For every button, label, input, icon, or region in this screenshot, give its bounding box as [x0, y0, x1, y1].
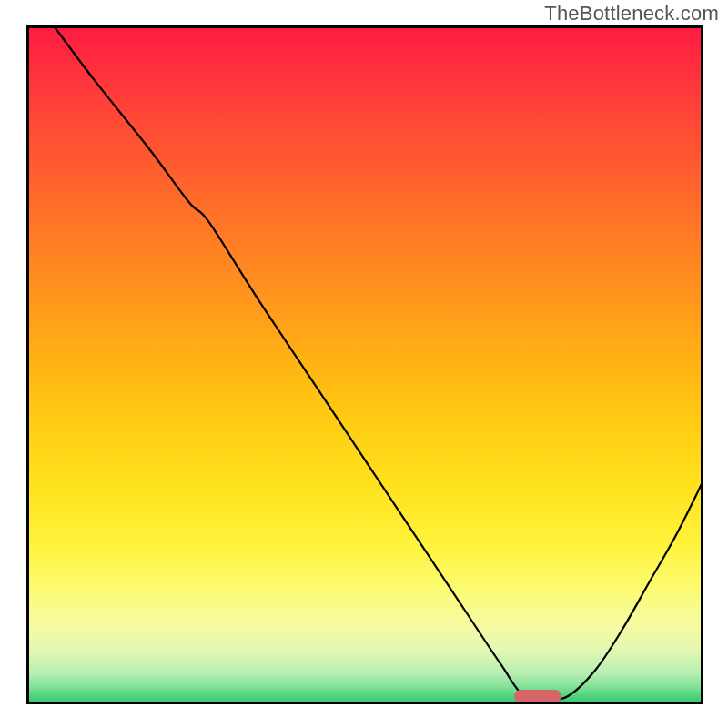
bottleneck-plot	[26, 25, 703, 704]
optimal-marker	[514, 690, 561, 703]
watermark-label: TheBottleneck.com	[544, 2, 719, 25]
chart-stage: TheBottleneck.com	[0, 0, 728, 728]
gradient-background	[26, 25, 703, 704]
